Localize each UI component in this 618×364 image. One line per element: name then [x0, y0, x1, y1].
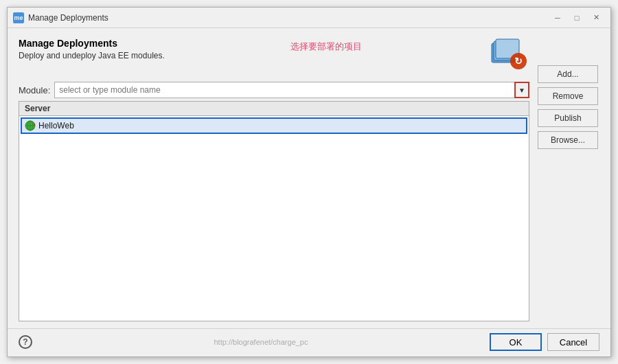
header-icon: ↻: [488, 38, 529, 72]
module-input-wrapper: ▼: [54, 82, 529, 98]
helloweb-icon: [25, 120, 36, 131]
close-button[interactable]: ✕: [587, 11, 605, 25]
header-section: Manage Deployments Deploy and undeploy J…: [19, 38, 529, 72]
svg-text:↻: ↻: [514, 56, 523, 67]
module-row: Module: ▼: [19, 82, 529, 98]
module-input[interactable]: [54, 82, 515, 98]
header-text-block: Manage Deployments Deploy and undeploy J…: [19, 38, 165, 60]
bottom-left: ?: [19, 335, 32, 349]
cancel-button[interactable]: Cancel: [547, 333, 599, 351]
server-column-header: Server: [19, 102, 529, 115]
remove-button[interactable]: Remove: [538, 87, 598, 105]
title-bar-left: me Manage Deployments: [13, 12, 108, 23]
help-button[interactable]: ?: [19, 335, 32, 349]
server-table: Server: [19, 101, 529, 321]
minimize-button[interactable]: ─: [549, 11, 566, 25]
right-panel: Add... Remove Publish Browse...: [538, 38, 599, 321]
left-panel: Manage Deployments Deploy and undeploy J…: [19, 38, 529, 321]
server-area: Server: [19, 101, 529, 321]
title-bar: me Manage Deployments ─ □ ✕: [8, 8, 610, 28]
dialog-title: Manage Deployments: [19, 38, 165, 49]
publish-button[interactable]: Publish: [538, 109, 598, 127]
maximize-button[interactable]: □: [568, 11, 586, 25]
dialog-subtitle: Deploy and undeploy Java EE modules.: [19, 51, 165, 60]
app-icon: me: [13, 12, 24, 23]
bottom-bar: ? http://blografenet/charge_pc OK Cancel: [8, 328, 610, 356]
title-bar-controls: ─ □ ✕: [549, 11, 605, 25]
header-annotation: 选择要部署的项目: [290, 41, 362, 53]
chevron-down-icon: ▼: [518, 87, 525, 94]
manage-deployments-dialog: me Manage Deployments ─ □ ✕ Manage Deplo…: [7, 7, 611, 357]
server-row-label: HelloWeb: [38, 121, 74, 130]
browse-button[interactable]: Browse...: [538, 131, 598, 149]
module-label: Module:: [19, 85, 50, 95]
bottom-right: OK Cancel: [490, 333, 599, 351]
table-row[interactable]: HelloWeb: [21, 117, 527, 134]
add-button[interactable]: Add...: [538, 65, 598, 83]
server-table-header: Server: [19, 102, 529, 116]
window-title: Manage Deployments: [28, 13, 108, 23]
ok-button[interactable]: OK: [490, 333, 542, 351]
bottom-url: http://blografenet/charge_pc: [39, 338, 483, 346]
server-data-area: HelloWeb: [19, 116, 529, 321]
dialog-content: Manage Deployments Deploy and undeploy J…: [8, 28, 610, 328]
module-dropdown-button[interactable]: ▼: [514, 82, 529, 98]
